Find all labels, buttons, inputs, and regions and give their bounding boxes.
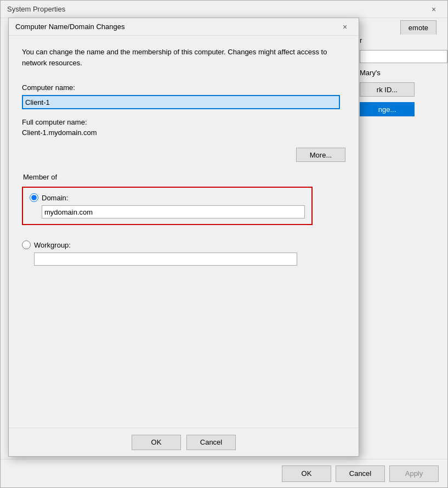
bg-input-field[interactable] (360, 50, 447, 63)
system-properties-titlebar: System Properties × (1, 1, 447, 18)
dialog-title: Computer Name/Domain Changes (15, 23, 124, 31)
dialog-titlebar: Computer Name/Domain Changes × (9, 18, 359, 36)
workgroup-radio-label: Workgroup: (34, 241, 71, 249)
member-of-section: Member of Domain: Workgroup: (22, 173, 345, 266)
dialog-ok-button[interactable]: OK (132, 435, 181, 450)
computer-name-input[interactable] (22, 95, 340, 109)
system-properties-footer: OK Cancel Apply (1, 459, 447, 487)
dialog-description: You can change the name and the membersh… (22, 47, 329, 68)
tab-remote-label: emote (409, 24, 428, 32)
computer-name-label: Computer name: (22, 83, 345, 92)
bg-r-label: r (360, 36, 436, 44)
bg-rk-id-button[interactable]: rk ID... (360, 82, 415, 97)
system-properties-ok-button[interactable]: OK (282, 465, 331, 482)
workgroup-section: Workgroup: (22, 240, 345, 266)
bg-marys-label: Mary's (360, 69, 436, 77)
background-right-content: r Mary's rk ID... nge... (360, 36, 436, 116)
tab-remote[interactable]: emote (400, 20, 436, 35)
system-properties-cancel-button[interactable]: Cancel (336, 465, 385, 482)
domain-radio-row: Domain: (30, 193, 305, 202)
system-properties-apply-button[interactable]: Apply (389, 465, 439, 482)
computer-name-domain-dialog: Computer Name/Domain Changes × You can c… (8, 18, 359, 457)
workgroup-input[interactable] (34, 253, 297, 266)
domain-input[interactable] (42, 205, 305, 218)
bg-nge-button[interactable]: nge... (360, 102, 415, 116)
dialog-body: You can change the name and the membersh… (9, 36, 359, 288)
full-computer-name-label: Full computer name: (22, 118, 345, 126)
more-button[interactable]: More... (296, 148, 345, 162)
dialog-cancel-button[interactable]: Cancel (186, 435, 236, 450)
full-computer-name-value: Client-1.mydomain.com (22, 128, 345, 137)
domain-radio[interactable] (30, 193, 38, 202)
system-properties-title: System Properties (7, 5, 65, 13)
workgroup-radio[interactable] (22, 240, 31, 249)
domain-highlight-box: Domain: (22, 187, 313, 225)
more-button-row: More... (22, 148, 345, 162)
dialog-footer: OK Cancel (9, 428, 359, 456)
system-properties-close-button[interactable]: × (427, 2, 441, 16)
dialog-close-button[interactable]: × (338, 20, 352, 34)
workgroup-radio-row: Workgroup: (22, 240, 345, 249)
domain-radio-label: Domain: (42, 194, 68, 202)
member-of-legend: Member of (22, 173, 345, 181)
